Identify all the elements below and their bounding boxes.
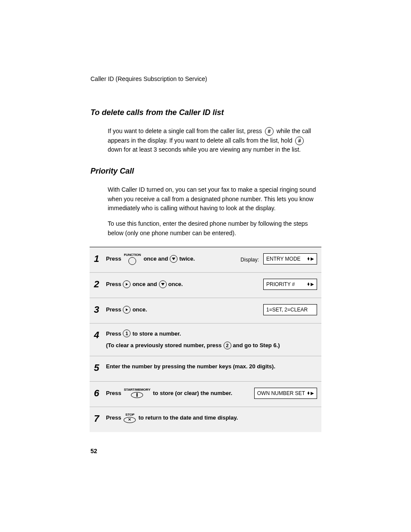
step-text: Enter the number by pressing the number …: [106, 362, 275, 371]
two-key-icon: 2: [224, 342, 231, 349]
one-key-icon: 1: [123, 330, 131, 337]
step-text: Press: [106, 414, 121, 422]
step-text: (To clear a previously stored number, pr…: [106, 341, 222, 350]
delete-calls-paragraph: If you want to delete a single call from…: [108, 127, 321, 155]
text-fragment: If you want to delete a single call from…: [108, 128, 264, 134]
lcd-text: OWN NUMBER SET: [257, 389, 305, 397]
step-row-5: 5 Enter the number by pressing the numbe…: [90, 356, 321, 382]
step-number: 2: [94, 279, 106, 289]
section-title-delete-calls: To delete calls from the Caller ID list: [90, 108, 321, 117]
step-number: 1: [94, 253, 106, 264]
key-label: FUNCTION: [124, 253, 141, 257]
step-row-3: 3 Press once. 1=SET, 2=CLEAR: [90, 298, 321, 324]
step-text: to store a number.: [132, 330, 181, 338]
step-text: once.: [168, 280, 183, 289]
step-text: to return to the date and time display.: [138, 414, 238, 422]
step-number: 7: [94, 413, 106, 423]
right-key-icon: [123, 280, 131, 288]
step-text: to store (or clear) the number.: [153, 389, 232, 398]
down-key-icon: [159, 280, 167, 288]
step-text: and go to Step 6.): [233, 341, 280, 350]
step-text: Press: [106, 280, 121, 289]
stop-key-icon: STOP ✕: [124, 413, 136, 423]
step-number: 5: [94, 362, 106, 373]
step-row-1: 1 Press FUNCTION once and twice. Display…: [90, 247, 321, 273]
step-text: twice.: [179, 255, 195, 263]
step-number: 4: [94, 330, 106, 340]
hash-key-icon: #: [295, 137, 304, 145]
lcd-text: ENTRY MODE: [266, 255, 301, 263]
key-label: STOP: [125, 413, 134, 417]
section-title-priority-call: Priority Call: [90, 167, 321, 176]
steps-table: 1 Press FUNCTION once and twice. Display…: [90, 247, 321, 432]
text-fragment: down for at least 3 seconds while you ar…: [108, 146, 301, 153]
function-key-icon: FUNCTION: [124, 253, 141, 265]
display-label: Display:: [240, 255, 259, 264]
start-memory-key-icon: START/MEMORY ⏽: [124, 388, 150, 398]
lcd-text: 1=SET, 2=CLEAR: [266, 306, 308, 314]
step-text: once.: [132, 305, 147, 314]
step-number: 6: [94, 388, 106, 398]
step-row-4: 4 Press 1 to store a number. (To clear a…: [90, 324, 321, 356]
key-label: START/MEMORY: [124, 388, 150, 392]
lcd-display: OWN NUMBER SET ▲▼▶: [254, 388, 317, 399]
step-text: Press: [106, 255, 121, 263]
down-key-icon: [170, 255, 177, 263]
running-header: Caller ID (Requires Subscription to Serv…: [90, 75, 321, 82]
step-number: 3: [94, 304, 106, 314]
step-text: Press: [106, 305, 121, 314]
step-text: Press: [106, 389, 121, 398]
priority-call-paragraph-2: To use this function, enter the desired …: [108, 219, 321, 238]
right-key-icon: [123, 306, 131, 314]
lcd-display: ENTRY MODE ▲▼▶: [263, 253, 317, 264]
step-text: once and: [143, 255, 168, 263]
priority-call-paragraph-1: With Caller ID turned on, you can set yo…: [108, 185, 321, 213]
lcd-display: 1=SET, 2=CLEAR: [263, 304, 317, 315]
step-text: Press: [106, 330, 121, 338]
step-row-7: 7 Press STOP ✕ to return to the date and…: [90, 407, 321, 432]
step-text: once and: [132, 280, 157, 289]
lcd-text: PRIORITY #: [266, 280, 295, 288]
hash-key-icon: #: [265, 127, 274, 136]
page-number: 52: [90, 448, 97, 454]
lcd-display: PRIORITY # ▲▼▶: [263, 279, 317, 290]
step-row-2: 2 Press once and once. PRIORITY # ▲▼▶: [90, 273, 321, 298]
step-row-6: 6 Press START/MEMORY ⏽ to store (or clea…: [90, 382, 321, 407]
